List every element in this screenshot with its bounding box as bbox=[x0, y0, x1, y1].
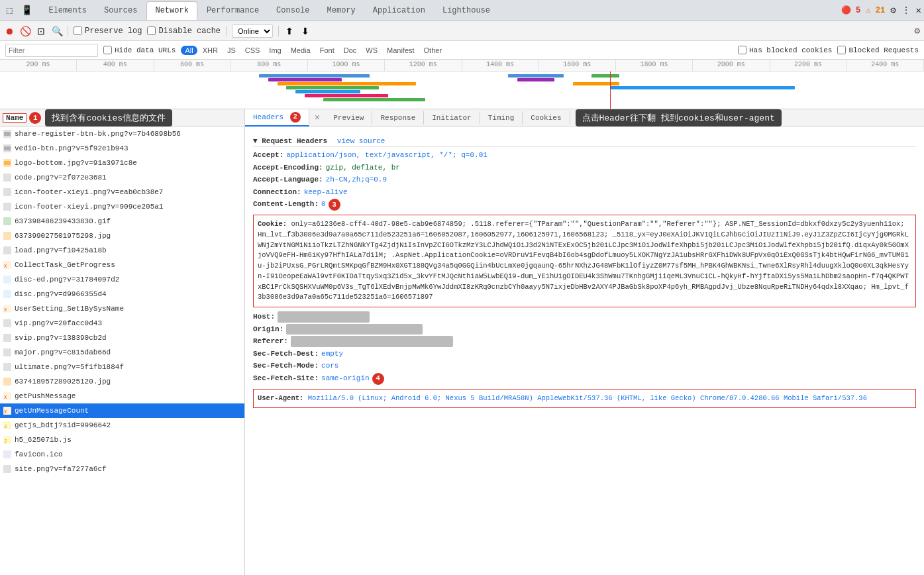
filter-font[interactable]: Font bbox=[316, 46, 338, 55]
file-item-16[interactable]: ultimate.png?v=5f1fb1884f bbox=[0, 360, 244, 374]
right-tab-headers[interactable]: Headers 2 bbox=[245, 109, 309, 127]
separator-2 bbox=[226, 26, 227, 36]
file-item-14[interactable]: svip.png?v=138390cb2d bbox=[0, 331, 244, 345]
right-tab-close[interactable]: × bbox=[309, 113, 325, 123]
search-button[interactable]: 🔍 bbox=[52, 26, 62, 36]
filter-img[interactable]: Img bbox=[265, 46, 285, 55]
has-blocked-cookies-label[interactable]: Has blocked cookies bbox=[738, 46, 832, 54]
svg-text:J: J bbox=[4, 439, 7, 444]
file-icon-img-3 bbox=[3, 173, 12, 182]
filter-input[interactable] bbox=[5, 44, 98, 57]
file-name-11: disc.png?v=d9966355d4 bbox=[15, 290, 242, 298]
view-source-link[interactable]: view source bbox=[337, 137, 385, 145]
tab-application[interactable]: Application bbox=[365, 2, 433, 19]
file-item-getunmessagecount[interactable]: X getUnMessageCount bbox=[0, 403, 244, 418]
download-button[interactable]: ⬇ bbox=[300, 26, 311, 36]
filter-doc[interactable]: Doc bbox=[340, 46, 361, 55]
file-icon-img-14 bbox=[3, 333, 12, 342]
file-item-5[interactable]: icon-footer-xieyi.png?v=909ce205a1 bbox=[0, 199, 244, 214]
device-icon[interactable]: 📱 bbox=[17, 3, 36, 17]
tab-performance[interactable]: Performance bbox=[199, 2, 267, 19]
inspect-icon[interactable]: ⬚ bbox=[3, 3, 16, 17]
file-name-5: icon-footer-xieyi.png?v=909ce205a1 bbox=[15, 203, 242, 211]
file-icon-img bbox=[3, 129, 12, 138]
file-name-14: svip.png?v=138390cb2d bbox=[15, 334, 242, 342]
upload-button[interactable]: ⬆ bbox=[284, 26, 295, 36]
tab-elements[interactable]: Elements bbox=[40, 2, 95, 19]
file-item-18[interactable]: X getPushMessage bbox=[0, 389, 244, 403]
file-item-3[interactable]: code.png?v=2f072e3681 bbox=[0, 170, 244, 185]
right-tab-cookies[interactable]: Cookies bbox=[523, 111, 570, 125]
mark-2200: 2200 ms bbox=[770, 60, 847, 71]
hide-data-urls-label[interactable]: Hide data URLs bbox=[103, 46, 176, 54]
file-item-1[interactable]: vedio-btn.png?v=5f92e1b943 bbox=[0, 141, 244, 156]
file-item-20[interactable]: J getjs_bdtj?sid=9996642 bbox=[0, 418, 244, 433]
header-content-length: Content-Length: 0 3 bbox=[253, 199, 916, 211]
header-origin: Origin: bbox=[253, 324, 916, 335]
file-item-9[interactable]: X CollectTask_GetProgress bbox=[0, 258, 244, 272]
preserve-log-checkbox[interactable] bbox=[74, 26, 82, 35]
timeline: 200 ms 400 ms 600 ms 800 ms 1000 ms 1200… bbox=[0, 60, 924, 109]
main-tabs: ⬚ 📱 Elements Sources Network Performance… bbox=[3, 1, 498, 19]
preserve-log-label[interactable]: Preserve log bbox=[74, 26, 142, 36]
file-item-12[interactable]: X UserSetting_Set1BySysName bbox=[0, 301, 244, 316]
svg-rect-14 bbox=[3, 276, 11, 284]
blocked-requests-label[interactable]: Blocked Requests bbox=[837, 46, 919, 54]
file-name-getunmessagecount: getUnMessageCount bbox=[15, 407, 242, 415]
filter-ws[interactable]: WS bbox=[362, 46, 382, 55]
file-item-17[interactable]: 637418957289025120.jpg bbox=[0, 374, 244, 389]
svg-rect-22 bbox=[3, 378, 11, 386]
stop-button[interactable]: 🚫 bbox=[20, 26, 30, 36]
filter-xhr[interactable]: XHR bbox=[199, 46, 222, 55]
file-item-2[interactable]: logo-bottom.jpg?v=91a3971c8e bbox=[0, 156, 244, 170]
cookie-value: only=a61236e8-cff4-40d7-98e5-cab9e687485… bbox=[258, 220, 909, 301]
filter-all[interactable]: All bbox=[181, 46, 197, 55]
file-item-15[interactable]: major.png?v=c815dab66d bbox=[0, 345, 244, 360]
blocked-requests-text: Blocked Requests bbox=[848, 46, 919, 54]
tab-console[interactable]: Console bbox=[268, 2, 317, 19]
file-name-7: 637399027501975298.jpg bbox=[15, 232, 242, 240]
file-item-8[interactable]: load.png?v=f10425a18b bbox=[0, 243, 244, 258]
file-item-6[interactable]: 637398486239433830.gif bbox=[0, 214, 244, 229]
filter-other[interactable]: Other bbox=[420, 46, 446, 55]
file-item-23[interactable]: site.png?v=fa7277a6cf bbox=[0, 462, 244, 476]
filter-js[interactable]: JS bbox=[223, 46, 240, 55]
filter-css[interactable]: CSS bbox=[241, 46, 264, 55]
more-icon[interactable]: ⋮ bbox=[901, 5, 911, 16]
file-item-4[interactable]: icon-footer-xieyi.png?v=eab0cb38e7 bbox=[0, 185, 244, 199]
blocked-requests-checkbox[interactable] bbox=[837, 46, 846, 54]
error-count: 🔴 5 bbox=[841, 5, 860, 15]
file-item-7[interactable]: 637399027501975298.jpg bbox=[0, 229, 244, 243]
network-throttle-select[interactable]: Online bbox=[232, 25, 273, 38]
network-settings-icon[interactable]: ⚙ bbox=[915, 25, 920, 36]
file-item-13[interactable]: vip.png?v=20facc0d43 bbox=[0, 316, 244, 331]
tab-sources[interactable]: Sources bbox=[96, 2, 145, 19]
file-item-21[interactable]: J h5_625071b.js bbox=[0, 433, 244, 447]
file-item-11[interactable]: disc.png?v=d9966355d4 bbox=[0, 287, 244, 301]
tab-memory[interactable]: Memory bbox=[319, 2, 364, 19]
svg-rect-18 bbox=[3, 319, 11, 327]
hide-data-urls-text: Hide data URLs bbox=[115, 46, 176, 54]
disable-cache-checkbox[interactable] bbox=[147, 26, 156, 35]
file-item-10[interactable]: disc-ed.png?v=31784097d2 bbox=[0, 272, 244, 287]
file-item-0[interactable]: share-register-btn-bk.png?v=7b46898b56 bbox=[0, 127, 244, 141]
name-column-header[interactable]: Name bbox=[3, 113, 26, 123]
right-tab-response[interactable]: Response bbox=[372, 111, 424, 125]
tab-network[interactable]: Network bbox=[146, 1, 197, 20]
hide-data-urls-checkbox[interactable] bbox=[103, 46, 112, 54]
tab-lighthouse[interactable]: Lighthouse bbox=[435, 2, 498, 19]
right-tab-timing[interactable]: Timing bbox=[480, 111, 523, 125]
disable-cache-label[interactable]: Disable cache bbox=[147, 26, 221, 36]
has-blocked-cookies-checkbox[interactable] bbox=[738, 46, 746, 54]
file-name-17: 637418957289025120.jpg bbox=[15, 378, 242, 386]
right-tab-preview[interactable]: Preview bbox=[325, 111, 372, 125]
filter-button[interactable]: ⊡ bbox=[36, 26, 46, 36]
settings-icon[interactable]: ⚙ bbox=[890, 5, 896, 16]
filter-media[interactable]: Media bbox=[287, 46, 315, 55]
header-accept-encoding: Accept-Encoding: gzip, deflate, br bbox=[253, 162, 916, 174]
close-devtools-icon[interactable]: ✕ bbox=[916, 5, 921, 16]
right-tab-initiator[interactable]: Initiator bbox=[424, 111, 480, 125]
filter-manifest[interactable]: Manifest bbox=[383, 46, 419, 55]
record-button[interactable]: ⏺ bbox=[4, 26, 15, 36]
file-item-22[interactable]: favicon.ico bbox=[0, 447, 244, 462]
